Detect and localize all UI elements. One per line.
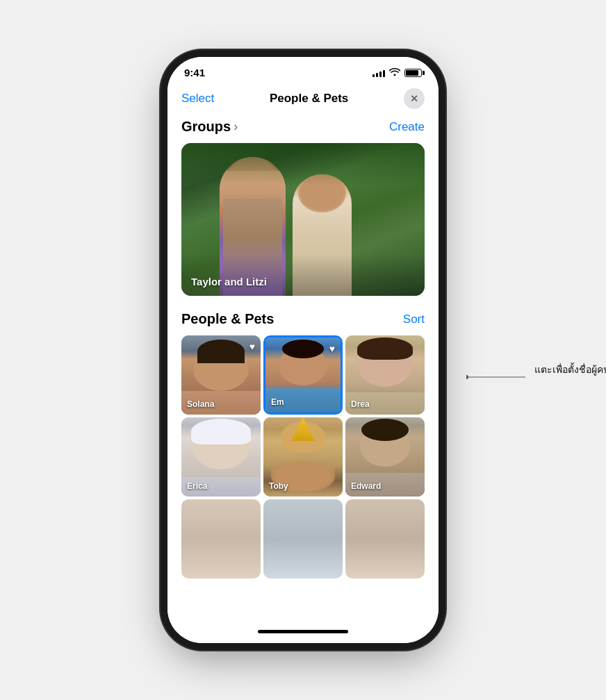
groups-section-header: Groups › Create [181, 119, 425, 135]
group-card[interactable]: Taylor and Litzi [181, 143, 425, 296]
person-card-partial2[interactable] [263, 499, 343, 578]
status-time: 9:41 [184, 67, 205, 78]
wifi-icon [389, 67, 400, 78]
status-icons [372, 67, 422, 78]
person-name-drea: Drea [351, 399, 370, 409]
groups-title: Groups [181, 119, 231, 135]
nav-bar: Select People & Pets ✕ [167, 84, 439, 116]
person-card-em[interactable]: ♥ Em [263, 335, 343, 415]
phone-frame: 9:41 [167, 57, 439, 643]
person-card-edward[interactable]: Edward [345, 417, 425, 497]
home-bar [258, 630, 348, 633]
person-card-erica[interactable]: Erica [181, 417, 261, 497]
people-pets-title: People & Pets [181, 311, 274, 327]
people-pets-section-header: People & Pets Sort [181, 311, 425, 327]
groups-title-row[interactable]: Groups › [181, 119, 238, 135]
annotation-text: แตะเพื่อตั้งชื่อผู้คนและสัตว์เลี้ยง ในรู… [534, 362, 606, 377]
select-button[interactable]: Select [181, 92, 214, 106]
signal-icon [372, 69, 385, 77]
favorite-badge-solana: ♥ [249, 341, 255, 352]
svg-point-1 [466, 375, 468, 379]
person-name-solana: Solana [187, 399, 214, 409]
person-card-toby[interactable]: Toby [263, 417, 343, 497]
person-name-em: Em [271, 397, 284, 407]
page-title: People & Pets [270, 92, 348, 106]
home-indicator [167, 619, 439, 643]
create-button[interactable]: Create [389, 120, 425, 134]
group-card-label: Taylor and Litzi [191, 276, 267, 288]
person-card-partial1[interactable] [181, 499, 261, 578]
person-name-erica: Erica [187, 481, 207, 491]
person-card-drea[interactable]: Drea [345, 335, 425, 415]
close-button[interactable]: ✕ [404, 88, 425, 109]
main-content: Groups › Create [167, 116, 439, 619]
favorite-badge-em: ♥ [329, 343, 335, 354]
annotation-callout: แตะเพื่อตั้งชื่อผู้คนและสัตว์เลี้ยง ในรู… [466, 362, 606, 388]
groups-chevron: › [234, 119, 238, 134]
status-bar: 9:41 [167, 57, 439, 84]
annotation-arrow-line [466, 367, 529, 388]
person-name-edward: Edward [351, 481, 381, 491]
battery-icon [404, 69, 422, 77]
person-card-partial3[interactable] [345, 499, 425, 578]
person-name-toby: Toby [269, 481, 288, 491]
people-grid: ♥ Solana ♥ Em [181, 335, 425, 578]
sort-button[interactable]: Sort [403, 312, 425, 326]
person-card-solana[interactable]: ♥ Solana [181, 335, 261, 415]
